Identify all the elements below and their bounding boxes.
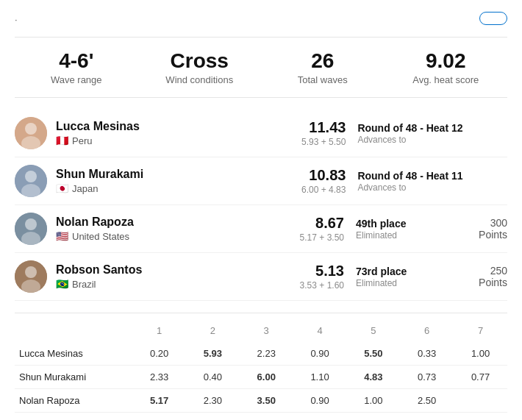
country-name: Peru — [72, 135, 92, 146]
stat-label: Wave range — [15, 74, 138, 85]
score-breakdown: 3.53 + 1.60 — [300, 280, 344, 291]
score-cell: 0.47 — [400, 413, 454, 421]
result-subtitle: Eliminated — [356, 278, 459, 288]
country-name: Japan — [72, 183, 98, 194]
athlete-scores: 8.67 5.17 + 3.50 49th place Eliminated 3… — [300, 215, 507, 243]
row-athlete-name: Nolan Rapoza — [15, 389, 132, 413]
svg-point-4 — [25, 171, 37, 182]
athlete-name: Shun Murakami — [56, 168, 301, 181]
avatar — [15, 165, 47, 197]
score-cell: 2.23 — [240, 342, 293, 366]
table-row: Robson Santos0.370.701.600.333.530.47 — [15, 413, 507, 421]
stat-item: 4-6' Wave range — [15, 49, 138, 85]
col-wave: 2 — [186, 322, 240, 342]
points-value: 300Points — [471, 217, 507, 241]
athlete-name: Robson Santos — [56, 263, 300, 277]
points-block: 250Points — [471, 265, 507, 288]
col-wave: 3 — [240, 322, 293, 342]
result-subtitle: Eliminated — [356, 230, 459, 241]
stat-value: 26 — [261, 49, 385, 73]
result-block: 73rd place Eliminated — [356, 266, 459, 288]
score-cell: 0.70 — [186, 413, 240, 421]
col-wave: 1 — [132, 322, 186, 342]
score-cell: 0.33 — [293, 413, 347, 421]
flag-icon: 🇺🇸 — [56, 230, 68, 242]
col-name — [15, 322, 132, 342]
table-row: Shun Murakami2.330.406.001.104.830.730.7… — [15, 366, 507, 389]
athlete-row: Nolan Rapoza 🇺🇸 United States 8.67 5.17 … — [15, 205, 507, 253]
score-cell: 1.00 — [346, 389, 400, 413]
score-cell: 4.83 — [346, 366, 400, 389]
score-cell: 5.17 — [132, 389, 186, 413]
avatar — [15, 117, 47, 149]
col-wave: 5 — [346, 322, 400, 342]
score-main-block: 5.13 3.53 + 1.60 — [300, 263, 344, 291]
athlete-country: 🇵🇪 Peru — [56, 135, 301, 146]
score-cell: 0.40 — [186, 366, 240, 389]
score-cell: 1.00 — [454, 342, 507, 366]
table-row: Lucca Mesinas0.205.932.230.905.500.331.0… — [15, 342, 507, 366]
score-main-block: 10.83 6.00 + 4.83 — [301, 167, 346, 195]
athlete-row: Robson Santos 🇧🇷 Brazil 5.13 3.53 + 1.60… — [15, 253, 507, 301]
avatar — [15, 260, 47, 293]
flag-icon: 🇵🇪 — [56, 135, 68, 146]
score-cell: 0.20 — [132, 342, 186, 366]
score-cell: 3.53 — [346, 413, 400, 421]
athlete-country: 🇧🇷 Brazil — [56, 278, 300, 290]
athlete-scores: 11.43 5.93 + 5.50 Round of 48 - Heat 12 … — [301, 119, 507, 147]
score-cell: 0.77 — [454, 366, 507, 389]
score-cell: 0.90 — [293, 342, 347, 366]
score-cell — [454, 389, 507, 413]
stat-label: Total waves — [261, 74, 385, 85]
result-title: Round of 48 - Heat 12 — [357, 122, 462, 134]
result-block: 49th place Eliminated — [356, 218, 459, 241]
avatar — [15, 213, 47, 245]
row-athlete-name: Robson Santos — [15, 413, 132, 421]
svg-point-10 — [25, 266, 37, 278]
score-breakdown: 5.17 + 3.50 — [300, 232, 344, 243]
score-cell — [454, 413, 507, 421]
score-table: 1234567 Lucca Mesinas0.205.932.230.905.5… — [15, 313, 507, 420]
score-cell: 1.10 — [293, 366, 347, 389]
athlete-name: Lucca Mesinas — [56, 120, 301, 133]
result-subtitle: Advances to — [357, 135, 462, 145]
svg-point-7 — [25, 218, 37, 230]
score-total: 5.13 — [300, 263, 344, 280]
athlete-country: 🇺🇸 United States — [56, 230, 300, 242]
athlete-info: Nolan Rapoza 🇺🇸 United States — [56, 216, 300, 242]
subtitle: · — [15, 14, 18, 25]
watch-replay-button[interactable] — [479, 12, 507, 25]
result-title: Round of 48 - Heat 11 — [357, 170, 462, 182]
flag-icon: 🇯🇵 — [56, 182, 68, 194]
points-block: 300Points — [471, 217, 507, 241]
athlete-scores: 10.83 6.00 + 4.83 Round of 48 - Heat 11 … — [301, 167, 507, 195]
result-subtitle: Advances to — [357, 182, 462, 193]
score-total: 8.67 — [300, 215, 344, 232]
col-wave: 7 — [454, 322, 507, 342]
result-block: Round of 48 - Heat 12 Advances to — [357, 122, 462, 145]
result-block: Round of 48 - Heat 11 Advances to — [357, 170, 462, 193]
score-cell: 6.00 — [240, 366, 293, 389]
score-total: 11.43 — [301, 119, 346, 136]
score-cell: 2.30 — [186, 389, 240, 413]
score-breakdown: 6.00 + 4.83 — [301, 185, 346, 195]
score-cell: 0.73 — [400, 366, 454, 389]
points-value: 250Points — [471, 265, 507, 288]
score-cell: 1.60 — [240, 413, 293, 421]
date-info: · — [15, 14, 18, 25]
stats-row: 4-6' Wave range Cross Wind conditions 26… — [15, 37, 507, 98]
row-athlete-name: Shun Murakami — [15, 366, 132, 389]
col-wave: 4 — [293, 322, 347, 342]
score-cell: 2.33 — [132, 366, 186, 389]
athlete-info: Lucca Mesinas 🇵🇪 Peru — [56, 120, 301, 146]
stat-value: 9.02 — [385, 49, 508, 73]
stat-item: 9.02 Avg. heat score — [385, 49, 508, 85]
page-header: · — [15, 12, 507, 25]
athlete-info: Robson Santos 🇧🇷 Brazil — [56, 263, 300, 290]
score-cell: 0.37 — [132, 413, 186, 421]
stat-item: 26 Total waves — [261, 49, 385, 85]
score-cell: 0.33 — [400, 342, 454, 366]
country-name: United States — [72, 231, 129, 242]
athlete-name: Nolan Rapoza — [56, 216, 300, 229]
score-cell: 0.90 — [293, 389, 347, 413]
